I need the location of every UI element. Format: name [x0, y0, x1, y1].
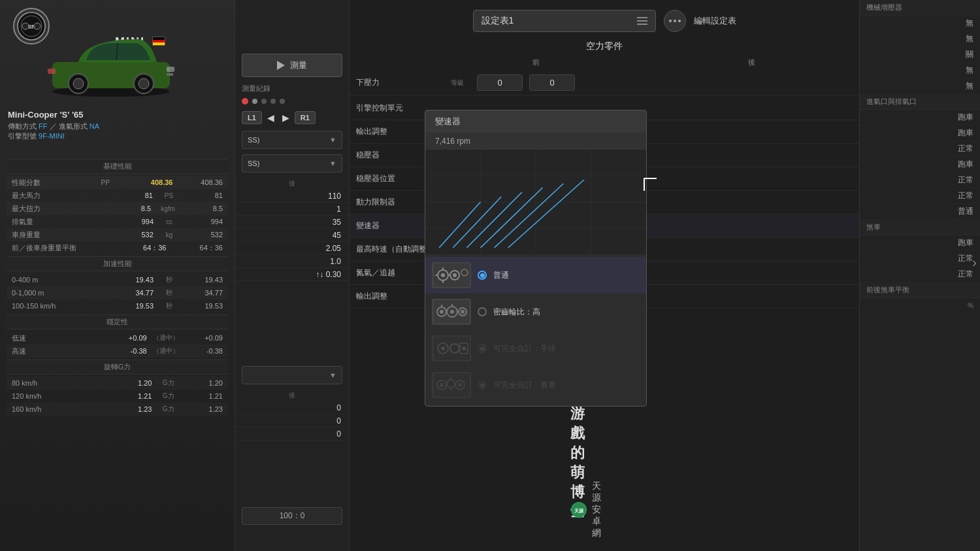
option-normal[interactable]: 普通 [425, 257, 646, 293]
right-item-s1-1: 無 [860, 16, 980, 31]
nav-left-arrow[interactable]: ◀ [265, 111, 277, 124]
rotation-header: 旋轉G力 [7, 359, 228, 375]
main-panel: 設定表1 編輯設定表 空力零件 前 後 下壓力 等級 0 0 引擎控制單元 輸出… [350, 0, 859, 551]
radio-normal [478, 271, 487, 280]
stat-row-weight: 車身重量 532 kg 532 [7, 228, 228, 241]
option-custom-manual: 可完全自訂：手排 [425, 330, 646, 367]
dot-b [674, 20, 676, 22]
front-value: 0 [477, 75, 523, 91]
right-item-s2-2: 跑車 [860, 125, 980, 141]
mid-val-205: 2.05 [235, 242, 349, 255]
downforce-label: 下壓力 [356, 77, 441, 88]
stat-row-80kmh: 80 km/h 1.20 G力 1.20 [7, 376, 228, 390]
record-label: 測量紀錄 [242, 84, 270, 93]
stat-row-120kmh: 120 km/h 1.21 G力 1.21 [7, 390, 228, 403]
option-img-race [432, 372, 471, 398]
stat-row-01000: 0-1,000 m 34.77 秒 34.77 [7, 286, 228, 299]
dot-a [669, 20, 672, 22]
mid-val-110: 110 [235, 190, 349, 203]
dropdown-1[interactable]: SS) ▼ [242, 131, 342, 149]
dot-c [678, 20, 681, 22]
stat-row-high-speed: 高速 -0.38 （適中） -0.38 [7, 344, 228, 358]
top-bar: 設定表1 編輯設定表 [350, 7, 859, 35]
mid-val-1: 1 [235, 203, 349, 216]
right-item-s2-1: 跑車 [860, 110, 980, 125]
stats-table: 基礎性能 性能分數 PP 408.36 408.36 最大馬力 81 PS 81… [0, 157, 235, 416]
stat-row-pp: 性能分數 PP 408.36 408.36 [7, 176, 228, 189]
car-transmission: 傳動方式 FF ／ 進氣形式 NA [8, 122, 99, 131]
more-options-button[interactable] [664, 10, 686, 32]
right-item-s2-3: 正常 [860, 141, 980, 157]
svg-point-11 [139, 78, 149, 89]
option-img-manual [432, 335, 471, 361]
right-item-s2-5: 正常 [860, 173, 980, 188]
mid-val2-0b: 0 [235, 414, 349, 427]
option-manual-label: 可完全自訂：手排 [493, 343, 556, 354]
right-item-s2-7: 普通 [860, 204, 980, 220]
popup-rpm: 7,416 rpm [425, 133, 646, 150]
config-name: 設定表1 [482, 15, 514, 27]
option-normal-label: 普通 [493, 270, 509, 281]
svg-point-3 [22, 23, 29, 29]
svg-point-30 [441, 273, 445, 277]
grade-label: 等級 [441, 78, 474, 88]
svg-point-58 [458, 383, 462, 387]
right-section-intake: 進氣口與排氣口 [860, 94, 980, 110]
mid-val-45: 45 [235, 229, 349, 242]
car-image [36, 13, 186, 111]
right-section-supercharger: 機械增壓器 [860, 0, 980, 16]
right-brake-balance: 前後煞車平衡 [860, 282, 980, 298]
r1-button[interactable]: R1 [295, 111, 316, 124]
nav-right-arrow[interactable]: ▶ [280, 111, 292, 124]
stability-header: 穩定性 [7, 314, 228, 329]
option-img-dense [432, 299, 471, 325]
right-item-s1-2: 無 [860, 31, 980, 47]
accel-header: 加速性能 [7, 256, 228, 271]
stat-row-0400: 0-400 m 19.43 秒 19.43 [7, 273, 228, 286]
right-item-brake-3: 正常 [860, 267, 980, 282]
right-section-brake: 煞車 [860, 220, 980, 235]
nav-row: L1 ◀ ▶ R1 [242, 111, 316, 124]
svg-point-9 [73, 78, 84, 89]
option-img-normal [432, 262, 471, 288]
left-panel: MINI MINI [0, 0, 235, 551]
svg-point-32 [453, 273, 457, 277]
svg-point-52 [462, 346, 466, 350]
dropdown-3[interactable]: ▼ [242, 366, 342, 384]
svg-text:天源: 天源 [574, 509, 584, 513]
car-info: Mini-Cooper 'S' '65 傳動方式 FF ／ 進氣形式 NA 引擎… [8, 110, 99, 141]
watermark-text2: 天源 天源安卓網 [571, 480, 601, 539]
right-item-s2-4: 跑車 [860, 157, 980, 173]
option-dense-label: 密齒輪比：高 [493, 307, 540, 318]
measure-button[interactable]: 測量 [242, 54, 342, 77]
list-icon [637, 17, 647, 25]
right-item-brake-2: 正常 [860, 251, 980, 267]
right-item-s1-4: 無 [860, 63, 980, 78]
radio-race [478, 380, 487, 390]
config-select[interactable]: 設定表1 [473, 10, 656, 32]
basic-perf-header: 基礎性能 [7, 159, 228, 174]
mid-section-after: 後 110 1 35 45 2.05 1.0 ↑↓ 0.30 [235, 178, 349, 281]
mid-val2-0a: 0 [235, 401, 349, 414]
right-scroll-arrow[interactable]: › [972, 255, 977, 270]
after-label-2: 後 [235, 390, 349, 401]
dot-4 [270, 99, 276, 104]
dropdown-2-arrow: ▼ [329, 159, 336, 167]
right-item-balance-pct: % [860, 298, 980, 314]
mid-val2-0c: 0 [235, 427, 349, 441]
mid-val-35: 35 [235, 216, 349, 229]
stat-row-low-speed: 低速 +0.09 （適中） +0.09 [7, 331, 228, 344]
mouse-cursor [644, 178, 657, 191]
stat-row-160kmh: 160 km/h 1.23 G力 1.23 [7, 403, 228, 416]
stat-row-hp: 最大馬力 81 PS 81 [7, 189, 228, 202]
option-race-label: 可完全自訂：賽車 [493, 380, 556, 391]
dropdown-2[interactable]: SS) ▼ [242, 154, 342, 173]
edit-config-label: 編輯設定表 [694, 15, 736, 27]
option-dense-ratio[interactable]: 密齒輪比：高 [425, 293, 646, 330]
active-dot [242, 98, 248, 105]
dropdown-2-text: SS) [248, 159, 259, 167]
dot-5 [280, 99, 285, 104]
svg-point-49 [441, 346, 445, 350]
stat-label-pp: 性能分數 [12, 178, 90, 188]
l1-button[interactable]: L1 [242, 111, 262, 124]
